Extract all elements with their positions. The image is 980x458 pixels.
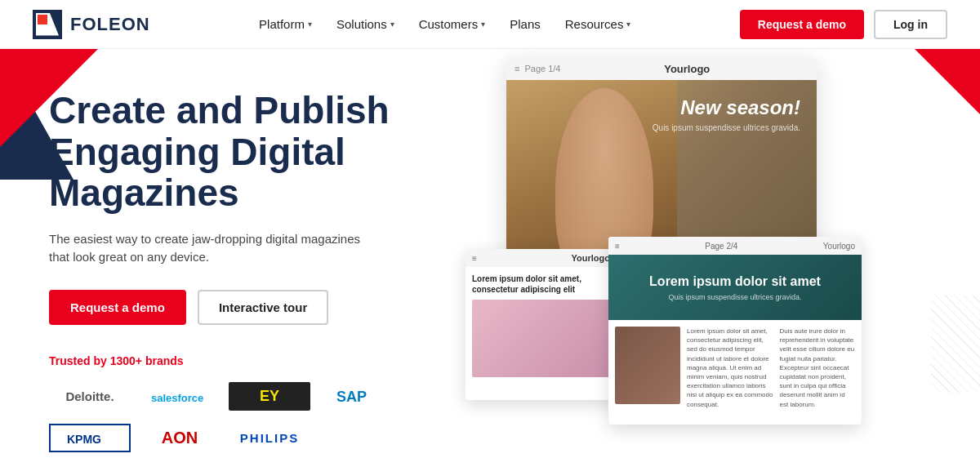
magazine-small: ≡ Yourlogo Lorem ipsum dolor sit amet, c… [466, 249, 617, 400]
season-desc: Quis ipsum suspendisse ultrices gravida. [653, 122, 800, 134]
nav-solutions[interactable]: Solutions ▾ [336, 17, 394, 31]
brand-salesforce: salesforce [139, 382, 220, 411]
svg-text:KPMG: KPMG [67, 433, 101, 446]
nav-plans[interactable]: Plans [510, 17, 541, 31]
chevron-down-icon: ▾ [390, 20, 394, 29]
season-text: New season! [653, 96, 800, 119]
brand-aon: AON [139, 424, 220, 452]
mag-body-text-2: Duis aute irure dolor in reprehenderit i… [780, 327, 855, 409]
magazine-large: ≡ Page 2/4 Yourlogo Lorem ipsum dolor si… [608, 237, 862, 425]
login-button[interactable]: Log in [874, 10, 947, 39]
logo-icon [33, 10, 62, 39]
diagonal-decoration [931, 295, 980, 393]
hero-subtitle: The easiest way to create jaw-dropping d… [49, 230, 376, 267]
hero-right: ≡ Page 1/4 Yourlogo New season! Quis ips… [457, 49, 980, 458]
mag-large-page: Page 2/4 [705, 242, 737, 251]
mag-large-header: Lorem ipsum dolor sit amet Quis ipsum su… [608, 255, 862, 320]
request-demo-button[interactable]: Request a demo [740, 10, 864, 39]
chevron-down-icon: ▾ [626, 20, 630, 29]
brand-sap: SAP [318, 382, 400, 411]
hamburger-icon-small: ≡ [472, 254, 477, 263]
corner-red-right-decoration [915, 49, 980, 114]
brand-kpmg: KPMG [49, 424, 131, 452]
mag-small-content: Lorem ipsum dolor sit amet, consectetur … [466, 267, 617, 384]
mag-large-body: Lorem ipsum dolor sit amet, consectetur … [608, 320, 862, 416]
nav-resources[interactable]: Resources ▾ [565, 17, 631, 31]
navbar: FOLEON Platform ▾ Solutions ▾ Customers … [0, 0, 980, 49]
svg-text:SAP: SAP [336, 389, 367, 405]
hero-title: Create and Publish Engaging Digital Maga… [49, 90, 425, 214]
brand-logos: Deloitte. salesforce EY SAP KPMG AON PHI… [49, 382, 400, 452]
mag-small-bar: ≡ Yourlogo [466, 249, 617, 267]
mag-body-text: Lorem ipsum dolor sit amet, consectetur … [687, 327, 773, 409]
mag-small-image [472, 300, 610, 377]
nav-links: Platform ▾ Solutions ▾ Customers ▾ Plans… [259, 17, 630, 31]
svg-text:salesforce: salesforce [151, 392, 203, 404]
mag-main-bar: ≡ Page 1/4 Yourlogo [506, 57, 817, 80]
brand-philips: PHILIPS [229, 424, 310, 452]
logo[interactable]: FOLEON [33, 10, 150, 39]
mag-overlay: New season! Quis ipsum suspendisse ultri… [653, 96, 800, 134]
hero-section: Create and Publish Engaging Digital Maga… [0, 49, 980, 458]
nav-customers[interactable]: Customers ▾ [419, 17, 486, 31]
nav-platform[interactable]: Platform ▾ [259, 17, 312, 31]
hamburger-icon: ≡ [514, 64, 519, 73]
hero-left: Create and Publish Engaging Digital Maga… [0, 49, 457, 458]
mag-header-text: Lorem ipsum dolor sit amet [649, 273, 821, 291]
chevron-down-icon: ▾ [481, 20, 485, 29]
brand-deloitte: Deloitte. [49, 382, 131, 411]
hero-demo-button[interactable]: Request a demo [49, 290, 186, 325]
mag-brand: Yourlogo [565, 63, 808, 75]
nav-actions: Request a demo Log in [740, 10, 947, 39]
mag-large-brand: Yourlogo [823, 242, 855, 251]
trusted-text: Trusted by 1300+ brands [49, 354, 425, 367]
chevron-down-icon: ▾ [308, 20, 312, 29]
mag-small-title: Lorem ipsum dolor sit amet, consectetur … [472, 273, 610, 295]
interactive-tour-button[interactable]: Interactive tour [198, 290, 328, 325]
mag-page-indicator: Page 1/4 [524, 64, 560, 73]
logo-text: FOLEON [70, 14, 150, 35]
mag-small-brand: Yourlogo [572, 253, 610, 263]
brand-ey: EY [229, 382, 310, 411]
mag-large-bar: ≡ Page 2/4 Yourlogo [608, 237, 862, 255]
mag-header-sub: Quis ipsum suspendisse ultrices gravida. [649, 293, 821, 301]
hero-buttons: Request a demo Interactive tour [49, 290, 425, 325]
hamburger-icon-large: ≡ [615, 242, 620, 251]
mag-body-image [615, 327, 680, 404]
